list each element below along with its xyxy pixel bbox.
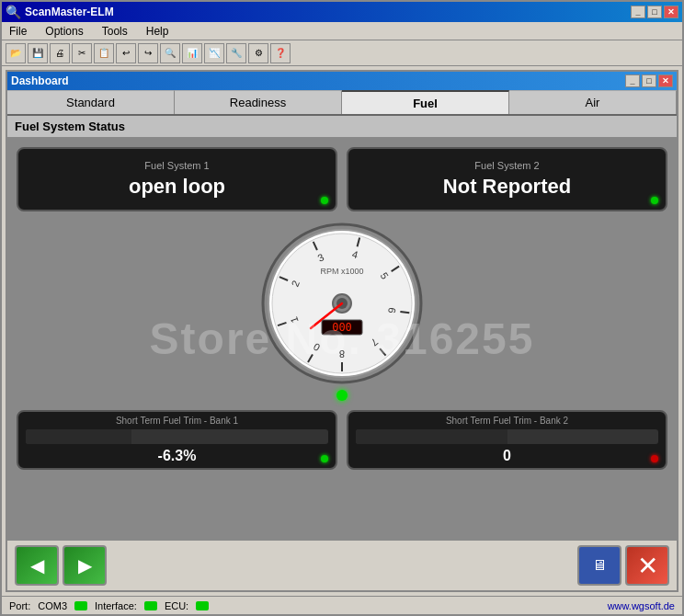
tab-standard[interactable]: Standard [7, 90, 175, 114]
trim-bar-1-bg [26, 429, 328, 444]
interface-label: Interface: [95, 600, 137, 611]
back-icon: ◀ [30, 554, 44, 576]
close-button[interactable]: ✕ [625, 545, 669, 586]
tab-readiness[interactable]: Readiness [175, 90, 342, 114]
back-button[interactable]: ◀ [15, 545, 59, 586]
fuel-panel-2-value: Not Reported [443, 175, 571, 199]
title-bar-controls: _ □ ✕ [631, 6, 678, 18]
maximize-button[interactable]: □ [647, 6, 662, 18]
app-icon: 🔍 [6, 5, 21, 19]
svg-text:RPM x1000: RPM x1000 [320, 267, 363, 276]
fuel-panel-2-title: Fuel System 2 [474, 160, 539, 171]
forward-icon: ▶ [78, 554, 92, 576]
toolbar-btn-9[interactable]: 📊 [182, 43, 202, 63]
toolbar-btn-11[interactable]: 🔧 [226, 43, 246, 63]
menu-tools[interactable]: Tools [98, 25, 131, 38]
monitor-icon: 🖥 [592, 557, 607, 574]
bottom-right-nav: 🖥 ✕ [577, 545, 669, 586]
dash-close-btn[interactable]: ✕ [658, 74, 673, 87]
tachometer-gauge: 0 1 2 3 4 5 [259, 221, 425, 386]
trim-panel-2-value: 0 [356, 448, 658, 464]
svg-line-16 [400, 312, 409, 313]
fuel-panel-2-led [651, 197, 658, 204]
dashboard-title-bar: Dashboard _ □ ✕ [7, 72, 677, 90]
toolbar-btn-4[interactable]: ✂ [72, 43, 92, 63]
trim-panel-2-led [651, 455, 658, 462]
trim-bar-1-fill [26, 429, 131, 444]
interface-led [144, 601, 157, 610]
toolbar-btn-5[interactable]: 📋 [94, 43, 114, 63]
trim-bar-2-fill [356, 429, 507, 444]
toolbar-btn-12[interactable]: ⚙ [248, 43, 268, 63]
toolbar-btn-2[interactable]: 💾 [28, 43, 48, 63]
trim-panel-1-title: Short Term Fuel Trim - Bank 1 [26, 416, 328, 426]
fuel-panels: Fuel System 1 open loop Fuel System 2 No… [17, 147, 667, 211]
close-icon: ✕ [637, 551, 658, 581]
toolbar-btn-13[interactable]: ❓ [270, 43, 291, 63]
ecu-label: ECU: [165, 600, 188, 611]
close-app-button[interactable]: ✕ [664, 6, 678, 18]
toolbar-btn-7[interactable]: ↪ [138, 43, 158, 63]
bottom-left-nav: ◀ ▶ [15, 545, 107, 586]
port-value: COM3 [38, 600, 67, 611]
port-led [74, 601, 87, 610]
tab-fuel[interactable]: Fuel [342, 90, 509, 114]
menu-options[interactable]: Options [41, 25, 86, 38]
minimize-button[interactable]: _ [631, 6, 645, 18]
dash-title-controls: _ □ ✕ [625, 74, 673, 87]
app-title-bar: 🔍 ScanMaster-ELM _ □ ✕ [2, 2, 682, 22]
svg-text:000: 000 [332, 321, 352, 334]
trim-panels: Short Term Fuel Trim - Bank 1 -6.3% Shor… [17, 410, 667, 470]
fuel-panel-2: Fuel System 2 Not Reported [347, 147, 667, 211]
app-title: ScanMaster-ELM [25, 6, 114, 18]
dash-maximize-btn[interactable]: □ [642, 74, 656, 87]
fuel-panel-1-title: Fuel System 1 [144, 160, 209, 171]
forward-button[interactable]: ▶ [63, 545, 107, 586]
dashboard-title: Dashboard [11, 74, 69, 87]
toolbar-btn-1[interactable]: 📂 [6, 43, 26, 63]
trim-panel-1-value: -6.3% [26, 448, 328, 464]
trim-panel-1: Short Term Fuel Trim - Bank 1 -6.3% [17, 410, 337, 470]
dash-minimize-btn[interactable]: _ [625, 74, 640, 87]
gauge-led [336, 390, 348, 401]
status-bar: Port: COM3 Interface: ECU: www.wgsoft.de [2, 596, 682, 614]
trim-panel-2: Short Term Fuel Trim - Bank 2 0 [347, 410, 667, 470]
fuel-panel-1-led [321, 197, 328, 204]
toolbar-btn-8[interactable]: 🔍 [160, 43, 180, 63]
tab-air[interactable]: Air [509, 90, 677, 114]
menu-bar: File Options Tools Help [2, 22, 682, 40]
bottom-toolbar: ◀ ▶ 🖥 ✕ [7, 539, 677, 590]
fuel-panel-1-value: open loop [129, 175, 225, 199]
ecu-led [196, 601, 209, 610]
toolbar-btn-6[interactable]: ↩ [116, 43, 136, 63]
trim-bar-2-bg [356, 429, 658, 444]
trim-panel-1-led [321, 455, 328, 462]
app-window: 🔍 ScanMaster-ELM _ □ ✕ File Options Tool… [0, 0, 684, 616]
port-label: Port: [9, 600, 30, 611]
tab-bar: Standard Readiness Fuel Air [7, 90, 677, 116]
website: www.wgsoft.de [608, 600, 675, 611]
main-content: Store No. 316255 Fuel System 1 open loop… [7, 138, 677, 539]
monitor-button[interactable]: 🖥 [577, 545, 621, 586]
trim-panel-2-title: Short Term Fuel Trim - Bank 2 [356, 416, 658, 426]
tach-area: 0 1 2 3 4 5 [259, 221, 425, 401]
section-header: Fuel System Status [7, 116, 677, 138]
fuel-panel-1: Fuel System 1 open loop [17, 147, 337, 211]
title-bar-left: 🔍 ScanMaster-ELM [6, 5, 114, 19]
menu-help[interactable]: Help [142, 25, 173, 38]
toolbar-btn-3[interactable]: 🖨 [50, 43, 70, 63]
toolbar: 📂 💾 🖨 ✂ 📋 ↩ ↪ 🔍 📊 📉 🔧 ⚙ ❓ [2, 40, 682, 66]
dashboard-window: Dashboard _ □ ✕ Standard Readiness Fuel … [6, 70, 678, 592]
menu-file[interactable]: File [6, 25, 30, 38]
toolbar-btn-10[interactable]: 📉 [204, 43, 224, 63]
svg-text:8: 8 [339, 348, 345, 359]
